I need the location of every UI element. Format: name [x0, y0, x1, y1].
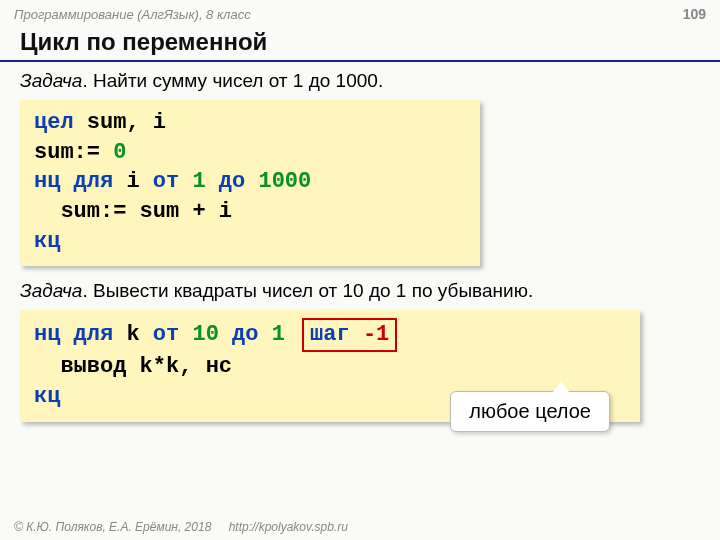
kw-step: шаг [310, 322, 363, 347]
task-2: Задача. Вывести квадраты чисел от 10 до … [20, 280, 706, 302]
kw-nc: нц для [34, 169, 113, 194]
header-bar: Программирование (АлгЯзык), 8 класс 109 [0, 0, 720, 24]
kw-nc: нц для [34, 322, 113, 347]
kw-ot: от [153, 169, 179, 194]
kw-kc: кц [34, 384, 60, 409]
kw-do: до [232, 322, 258, 347]
task-1-text: . Найти сумму чисел от 1 до 1000. [82, 70, 383, 91]
code-box-1: цел sum, i sum:= 0 нц для i от 1 до 1000… [20, 100, 480, 266]
num-literal: 1 [258, 322, 284, 347]
num-literal: 10 [179, 322, 232, 347]
page-title: Цикл по переменной [0, 24, 720, 62]
num-literal: 1000 [245, 169, 311, 194]
kw-ot: от [153, 322, 179, 347]
footer-copyright: © К.Ю. Поляков, Е.А. Ерёмин, 2018 [14, 520, 211, 534]
callout-bubble: любое целое [450, 391, 610, 432]
code-text: sum:= sum + i [34, 199, 232, 224]
kw-kc: кц [34, 229, 60, 254]
task-2-label: Задача [20, 280, 82, 301]
course-label: Программирование (АлгЯзык), 8 класс [14, 7, 251, 22]
task-1-label: Задача [20, 70, 82, 91]
code-text: i [113, 169, 153, 194]
content: Задача. Найти сумму чисел от 1 до 1000. … [0, 70, 720, 422]
kw-do: до [219, 169, 245, 194]
code-text: sum, i [74, 110, 166, 135]
footer-url: http://kpolyakov.spb.ru [229, 520, 348, 534]
kw-type: цел [34, 110, 74, 135]
step-box: шаг -1 [302, 318, 397, 352]
code-text: k [113, 322, 153, 347]
footer: © К.Ю. Поляков, Е.А. Ерёмин, 2018 http:/… [14, 520, 348, 534]
code-text: sum:= [34, 140, 113, 165]
code-box-2: нц для k от 10 до 1 шаг -1 вывод k*k, нс… [20, 310, 640, 421]
task-2-text: . Вывести квадраты чисел от 10 до 1 по у… [82, 280, 533, 301]
step-value: -1 [363, 322, 389, 347]
page-number: 109 [683, 6, 706, 22]
num-literal: 1 [179, 169, 219, 194]
num-literal: 0 [113, 140, 126, 165]
code-text: вывод k*k, нс [34, 354, 232, 379]
task-1: Задача. Найти сумму чисел от 1 до 1000. [20, 70, 706, 92]
